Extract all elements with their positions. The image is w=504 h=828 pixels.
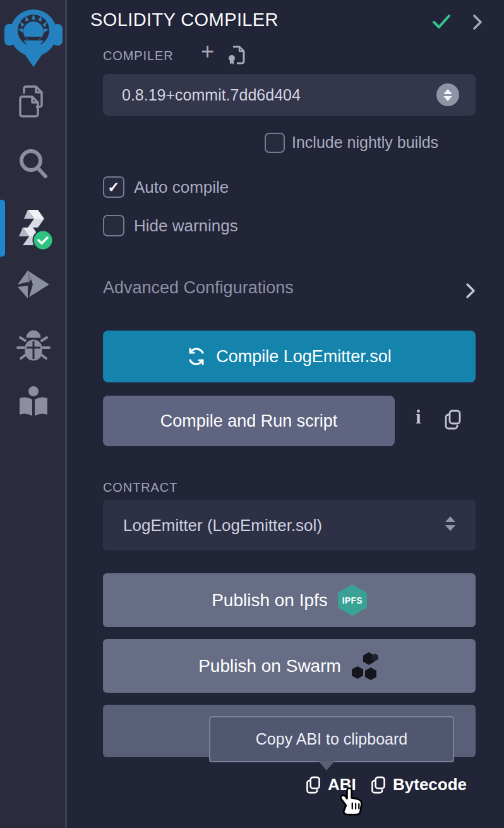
tooltip-caret	[318, 761, 335, 770]
publish-swarm-button[interactable]: Publish on Swarm	[103, 639, 476, 693]
contract-section-label: CONTRACT	[103, 480, 177, 495]
copy-bytecode-button[interactable]: Bytecode	[370, 775, 467, 795]
swarm-icon	[350, 651, 380, 681]
sidebar-item-plugin-manager[interactable]	[0, 386, 67, 418]
tooltip-text: Copy ABI to clipboard	[256, 730, 407, 748]
compiler-section-label: COMPILER	[103, 49, 174, 63]
license-doc-icon[interactable]	[227, 44, 246, 66]
panel-collapse-chevron-icon[interactable]	[470, 13, 485, 32]
sidebar-item-debugger[interactable]	[0, 329, 67, 365]
book-icon	[17, 386, 50, 418]
search-icon	[17, 147, 50, 181]
contract-select-arrows-icon	[445, 516, 455, 531]
page-title: SOLIDITY COMPILER	[90, 9, 279, 30]
solidity-compiler-panel: SOLIDITY COMPILER COMPILER + 0.8.19+comm…	[0, 0, 504, 828]
compile-button-label: Compile LogEmitter.sol	[216, 347, 392, 367]
auto-compile-checkbox[interactable]: ✓	[103, 176, 124, 198]
auto-compile-label[interactable]: Auto compile	[134, 178, 229, 197]
compiler-version-value: 0.8.19+commit.7dd6d404	[122, 86, 301, 104]
copy-icon	[370, 776, 387, 795]
deploy-run-icon	[15, 269, 52, 301]
hide-warnings-label[interactable]: Hide warnings	[134, 216, 238, 236]
copy-icon	[305, 776, 321, 795]
remix-logo-icon	[4, 5, 63, 68]
publish-ipfs-label: Publish on Ipfs	[212, 590, 328, 611]
abi-label: ABI	[328, 775, 356, 795]
compile-button[interactable]: Compile LogEmitter.sol	[103, 331, 476, 382]
bytecode-label: Bytecode	[393, 775, 467, 795]
copy-icon[interactable]	[443, 409, 462, 430]
sidebar-item-deploy-and-run[interactable]	[0, 269, 67, 301]
version-select-arrows-icon	[436, 83, 459, 106]
file-explorer-icon	[18, 85, 49, 119]
sidebar-item-solidity-compiler[interactable]	[0, 209, 67, 250]
chevron-right-icon[interactable]	[462, 281, 479, 301]
contract-select[interactable]: LogEmitter (LogEmitter.sol)	[103, 500, 476, 551]
remix-logo	[0, 5, 67, 68]
info-icon[interactable]: i	[416, 406, 421, 429]
add-custom-compiler-icon[interactable]: +	[201, 40, 214, 63]
copy-abi-button[interactable]: ABI	[305, 775, 356, 795]
publish-ipfs-button[interactable]: Publish on Ipfs IPFS	[103, 573, 476, 627]
solidity-compiler-icon	[14, 209, 53, 250]
compiler-version-select[interactable]: 0.8.19+commit.7dd6d404	[103, 74, 476, 116]
compile-and-run-label: Compile and Run script	[160, 411, 338, 431]
contract-select-value: LogEmitter (LogEmitter.sol)	[123, 516, 322, 535]
icon-sidebar	[0, 0, 67, 828]
include-nightly-label[interactable]: Include nightly builds	[292, 133, 438, 152]
advanced-configurations-toggle[interactable]: Advanced Configurations	[103, 278, 294, 298]
hide-warnings-checkbox[interactable]: ✓	[103, 215, 124, 236]
include-nightly-checkbox[interactable]: ✓	[265, 133, 285, 153]
copy-abi-tooltip: Copy ABI to clipboard	[209, 716, 454, 762]
compile-and-run-button[interactable]: Compile and Run script	[103, 396, 395, 446]
sidebar-item-file-explorer[interactable]	[0, 85, 67, 119]
refresh-icon	[187, 347, 206, 366]
publish-swarm-label: Publish on Swarm	[198, 656, 341, 676]
debugger-icon	[16, 329, 51, 365]
compile-success-check-icon	[431, 12, 452, 31]
sidebar-item-search[interactable]	[0, 147, 67, 181]
ipfs-icon: IPFS	[338, 585, 367, 616]
